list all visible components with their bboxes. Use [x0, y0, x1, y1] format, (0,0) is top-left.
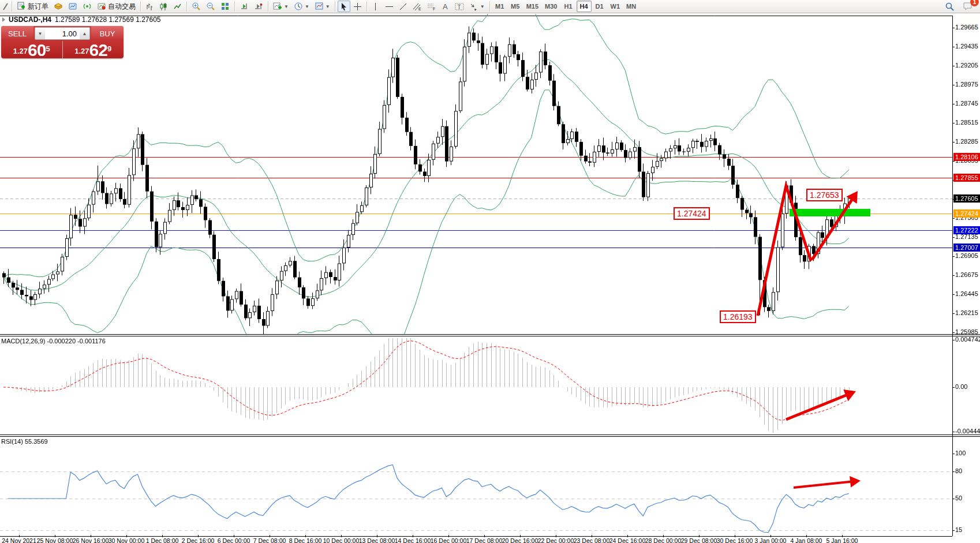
volume-decrease-button[interactable]: ▼ — [35, 28, 45, 39]
timeframe-W1[interactable]: W1 — [608, 1, 623, 12]
auto-scroll-button[interactable] — [237, 1, 251, 12]
timeframe-H4[interactable]: H4 — [577, 1, 592, 12]
pane-separator[interactable] — [0, 435, 980, 437]
axis-tick-label: 1.26445 — [955, 290, 978, 297]
time-axis-label: 13 Dec 08:00 — [359, 537, 395, 543]
signals-button[interactable] — [80, 1, 94, 12]
axis-tick-label: 15 — [955, 526, 962, 533]
new-order-label: 新订单 — [28, 2, 48, 12]
chart-shift-button[interactable] — [252, 1, 265, 12]
price-annotation-label[interactable]: 1.27424 — [674, 207, 710, 220]
volume-increase-button[interactable]: ▲ — [80, 28, 89, 39]
sell-price[interactable]: 1.27 60 5 — [1, 41, 63, 58]
timeframe-H1[interactable]: H1 — [561, 1, 576, 12]
search-button[interactable] — [942, 1, 957, 12]
text-label-tool[interactable]: T — [452, 1, 466, 12]
bar-chart-icon — [145, 2, 154, 11]
price-annotation-label[interactable]: 1.26193 — [720, 310, 756, 323]
sell-price-main: 60 — [28, 43, 46, 58]
time-axis-label: 1 Dec 08:00 — [146, 537, 179, 543]
timeframe-M5[interactable]: M5 — [508, 1, 523, 12]
equidistant-channel-tool[interactable]: E — [410, 1, 424, 12]
time-axis-tick — [735, 535, 735, 537]
axis-tick-label: 1.28975 — [955, 81, 978, 88]
timeframe-M1[interactable]: M1 — [492, 1, 507, 12]
time-axis-tick — [448, 535, 449, 537]
svg-text:T: T — [457, 3, 461, 10]
axis-tick-label: 1.29435 — [955, 43, 978, 50]
svg-text:F: F — [433, 7, 435, 11]
arrows-icon — [469, 2, 478, 11]
ohlc-values: 1.27589 1.27628 1.27569 1.27605 — [55, 16, 161, 24]
axis-tick-label: 1.25985 — [955, 328, 978, 335]
crosshair-tool-button[interactable] — [351, 1, 364, 12]
axis-tick — [952, 237, 955, 238]
time-axis-tick — [270, 535, 270, 537]
time-axis-tick — [305, 535, 306, 537]
one-click-toggle-icon[interactable] — [2, 17, 5, 22]
vertical-line-tool[interactable] — [369, 1, 382, 12]
time-axis-tick — [377, 535, 377, 537]
time-axis-tick — [806, 535, 807, 537]
bar-chart-button[interactable] — [143, 1, 156, 12]
time-axis-label: 10 Dec 00:00 — [323, 537, 359, 543]
time-axis-tick — [162, 535, 163, 537]
timeframe-M15[interactable]: M15 — [523, 1, 541, 12]
timeframe-M30[interactable]: M30 — [542, 1, 560, 12]
text-tool[interactable]: A — [439, 1, 452, 12]
svg-text:A: A — [443, 2, 448, 11]
templates-button[interactable]: ▼ — [312, 1, 332, 12]
signals-icon — [83, 2, 92, 11]
autotrading-button[interactable]: 自动交易 — [95, 1, 138, 12]
fibonacci-tool[interactable]: F — [425, 1, 439, 12]
sell-button[interactable]: SELL — [1, 26, 33, 41]
partial-left-icon[interactable] — [1, 1, 9, 12]
price-chart-canvas[interactable] — [0, 14, 952, 335]
time-axis-tick — [592, 535, 592, 537]
time-axis-tick — [663, 535, 664, 537]
zoom-in-button[interactable] — [189, 1, 203, 12]
notifications-button[interactable]: 1 — [960, 1, 975, 12]
pane-separator[interactable] — [0, 334, 980, 336]
profiles-button[interactable] — [51, 1, 65, 12]
time-axis-label: 6 Dec 00:00 — [218, 537, 250, 543]
time-axis-label: 20 Dec 16:00 — [502, 537, 538, 543]
timeframe-D1[interactable]: D1 — [592, 1, 607, 12]
zoom-out-button[interactable] — [204, 1, 218, 12]
time-axis-tick — [484, 535, 485, 537]
new-order-button[interactable]: 新订单 — [14, 1, 51, 12]
rsi-pane-canvas[interactable] — [0, 437, 952, 537]
buy-button[interactable]: BUY — [91, 26, 124, 41]
macd-pane-canvas[interactable] — [0, 336, 952, 435]
buy-price-prefix: 1.27 — [74, 45, 89, 58]
cursor-tool-button[interactable] — [338, 1, 350, 12]
buy-price[interactable]: 1.27 62 9 — [63, 41, 124, 58]
volume-input[interactable] — [45, 28, 80, 39]
price-line-label: 1.27222 — [953, 226, 980, 234]
timeframe-MN[interactable]: MN — [623, 1, 639, 12]
axis-tick-label: 1.29205 — [955, 62, 978, 69]
zoom-in-icon — [192, 2, 201, 11]
line-chart-button[interactable] — [171, 1, 184, 12]
time-axis-tick — [19, 535, 20, 537]
arrows-tool[interactable]: ▼ — [467, 1, 487, 12]
price-line-label: 1.27424 — [953, 209, 980, 218]
time-axis-tick — [413, 535, 413, 537]
indicators-button[interactable]: ▼ — [271, 1, 291, 12]
time-axis-label: 4 Jan 08:00 — [791, 537, 822, 543]
horizontal-line-icon — [385, 2, 394, 11]
axis-tick-label: -0.004448 — [955, 428, 980, 435]
tile-windows-button[interactable] — [218, 1, 232, 12]
axis-tick-label: 0.00 — [955, 383, 967, 390]
horizontal-line-tool[interactable] — [383, 1, 396, 12]
price-annotation-label[interactable]: 1.27653 — [806, 189, 843, 201]
trendline-tool[interactable] — [397, 1, 410, 12]
axis-tick-label: 1.28285 — [955, 138, 978, 145]
periods-button[interactable]: ▼ — [291, 1, 312, 12]
axis-tick — [952, 275, 955, 276]
dropdown-caret: ▼ — [305, 4, 309, 9]
time-axis-label: 25 Nov 08:00 — [37, 537, 73, 543]
candlestick-button[interactable] — [157, 1, 170, 12]
axis-tick — [952, 471, 955, 472]
market-watch-button[interactable] — [66, 1, 80, 12]
